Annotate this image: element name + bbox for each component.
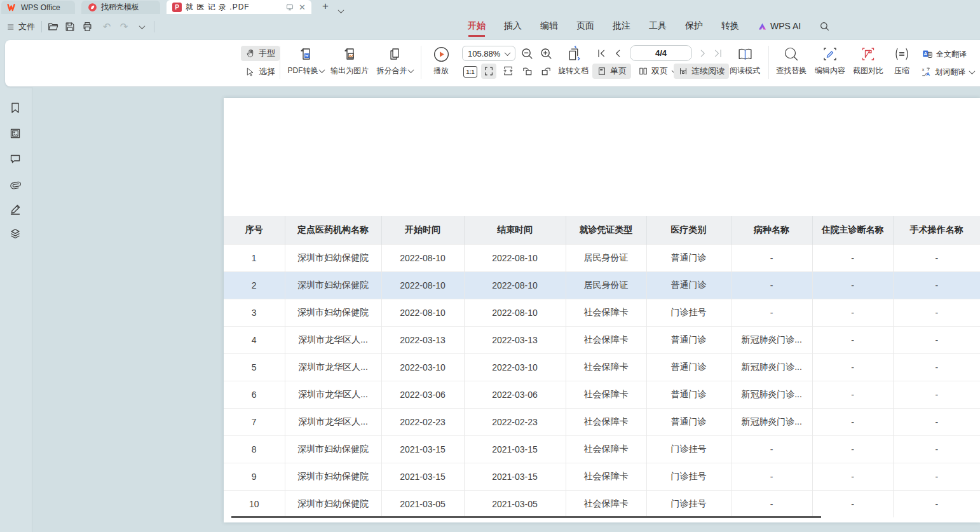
table-cell: 2022-02-23: [381, 409, 464, 436]
signature-icon[interactable]: [9, 203, 22, 216]
previous-page-icon[interactable]: [612, 48, 623, 59]
tab-wps-office[interactable]: WPS Office: [1, 1, 75, 14]
table-header-cell: 住院主诊断名称: [812, 216, 893, 245]
table-cell: 5: [224, 354, 285, 381]
table-cell: -: [731, 245, 812, 272]
rotate-left-icon[interactable]: [521, 65, 533, 77]
play-button[interactable]: 播放: [427, 44, 455, 76]
menu-tab-5[interactable]: 工具: [649, 20, 667, 32]
table-cell: -: [812, 354, 893, 381]
table-cell: 2022-08-10: [464, 299, 566, 327]
table-cell: -: [812, 299, 893, 327]
monitor-icon[interactable]: [285, 2, 295, 12]
table-cell: -: [893, 436, 980, 463]
table-cell: 普通门诊: [646, 272, 731, 299]
full-text-translate-button[interactable]: A 全文翻译: [919, 46, 969, 62]
layers-icon[interactable]: [9, 228, 22, 240]
tab-document-active[interactable]: P 就 医 记 录 .PDF ✕: [167, 0, 311, 14]
open-file-icon[interactable]: [46, 20, 59, 33]
table-cell: 居民身份证: [566, 245, 646, 272]
chevron-down-icon: [318, 67, 325, 73]
table-cell: 2021-03-15: [381, 436, 464, 463]
table-cell: 社会保障卡: [566, 436, 646, 463]
zoom-out-icon[interactable]: [521, 47, 534, 60]
find-replace-icon: [783, 44, 800, 64]
fit-width-button[interactable]: [481, 64, 496, 79]
export-image-label: 输出为图片: [330, 65, 369, 76]
thumbnail-icon[interactable]: [9, 127, 22, 140]
table-row: 3深圳市妇幼保健院2022-08-102022-08-10社会保障卡门诊挂号--…: [224, 299, 980, 327]
first-page-icon[interactable]: [595, 48, 607, 59]
table-cell: 2022-02-23: [464, 409, 566, 436]
divider: [41, 21, 42, 32]
compress-button[interactable]: 压缩: [888, 44, 915, 76]
continuous-reading-button[interactable]: 连续阅读: [674, 64, 729, 79]
table-cell: 深圳市龙华区人...: [285, 409, 381, 436]
new-tab-button[interactable]: +: [322, 0, 329, 13]
table-row: 4深圳市龙华区人...2022-03-132022-03-13社会保障卡普通门诊…: [224, 327, 980, 354]
table-cell: 普通门诊: [646, 381, 731, 409]
file-menu[interactable]: 文件: [6, 21, 35, 32]
tab-docer-templates[interactable]: 找稻壳模板: [81, 1, 160, 14]
table-cell: -: [893, 491, 980, 518]
menu-tab-6[interactable]: 保护: [685, 20, 703, 32]
table-cell: 1: [224, 245, 285, 272]
zoom-in-icon[interactable]: [540, 47, 553, 60]
menu-tab-7[interactable]: 转换: [721, 20, 739, 32]
wps-ai-button[interactable]: WPS AI: [758, 21, 801, 31]
attachment-icon[interactable]: [9, 178, 22, 191]
rotate-document-button[interactable]: 旋转文档: [555, 44, 591, 76]
word-translate-label: 划词翻译: [935, 67, 965, 78]
table-row: 2深圳市妇幼保健院2022-08-102022-08-10居民身份证普通门诊--…: [224, 272, 980, 299]
bookmark-icon[interactable]: [9, 102, 22, 114]
table-cell: 2022-08-10: [381, 299, 464, 327]
customize-quickbar-chevron-icon[interactable]: [135, 20, 147, 33]
table-cell: 2021-03-15: [381, 463, 464, 491]
word-translate-button[interactable]: xA 划词翻译: [918, 64, 977, 79]
table-cell: 社会保障卡: [566, 409, 646, 436]
fit-width-icon: [483, 65, 494, 77]
table-cell: -: [893, 299, 980, 327]
split-merge-icon: [386, 44, 403, 64]
page-number-input[interactable]: 4/4: [630, 45, 692, 61]
print-icon[interactable]: [81, 20, 93, 33]
screenshot-compare-button[interactable]: 截图对比: [850, 44, 886, 76]
comment-icon[interactable]: [9, 153, 22, 165]
rotate-right-icon[interactable]: [540, 65, 552, 77]
close-tab-icon[interactable]: ✕: [299, 3, 306, 11]
menu-tab-3[interactable]: 页面: [576, 20, 594, 32]
menu-tab-1[interactable]: 插入: [504, 20, 522, 32]
save-icon[interactable]: [64, 20, 76, 33]
edit-content-button[interactable]: 编辑内容: [812, 44, 848, 76]
table-cell: 10: [224, 491, 285, 518]
undo-icon[interactable]: ↶: [100, 20, 113, 33]
menu-tab-0[interactable]: 开始: [468, 20, 486, 32]
menu-tab-4[interactable]: 批注: [613, 20, 630, 32]
select-tool-button[interactable]: 选择: [241, 64, 280, 79]
split-merge-button[interactable]: 拆分合并: [371, 44, 419, 76]
table-cell: -: [731, 491, 812, 518]
export-image-button[interactable]: 输出为图片: [327, 44, 372, 76]
actual-size-button[interactable]: 1:1: [463, 66, 477, 78]
table-cell: -: [893, 272, 980, 299]
menu-search-icon[interactable]: [819, 21, 830, 32]
table-cell: -: [812, 436, 893, 463]
hand-tool-button[interactable]: 手型: [241, 46, 280, 61]
redo-icon[interactable]: ↷: [118, 20, 130, 33]
single-page-button[interactable]: 单页: [592, 64, 631, 79]
table-cell: -: [731, 272, 812, 299]
table-row: 7深圳市龙华区人...2022-02-232022-02-23社会保障卡普通门诊…: [224, 409, 980, 436]
table-cell: 社会保障卡: [566, 354, 646, 381]
table-cell: -: [893, 327, 980, 354]
next-page-icon[interactable]: [697, 48, 709, 59]
tab-list-chevron-icon[interactable]: [337, 4, 343, 16]
reading-mode-icon: [737, 44, 754, 64]
last-page-icon[interactable]: [712, 48, 724, 59]
table-cell: 3: [224, 299, 285, 327]
reading-mode-button[interactable]: 阅读模式: [726, 44, 763, 76]
zoom-level-dropdown[interactable]: 105.88%: [462, 46, 515, 61]
fit-page-icon[interactable]: [502, 65, 514, 77]
find-replace-button[interactable]: 查找替换: [773, 44, 809, 76]
menu-tab-2[interactable]: 编辑: [540, 20, 558, 32]
pdf-convert-button[interactable]: PDF转换: [285, 44, 327, 76]
